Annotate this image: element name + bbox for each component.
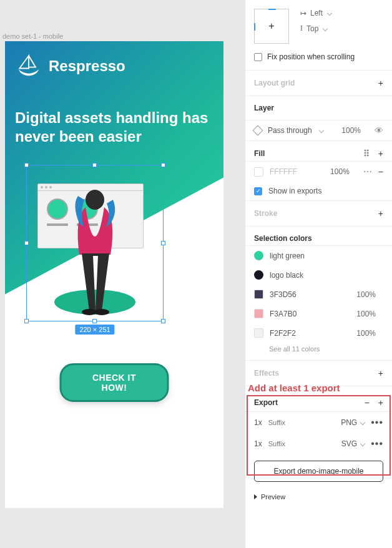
resize-handle[interactable] xyxy=(24,319,29,323)
selection-color-item[interactable]: F2F2F2 100% xyxy=(245,323,392,343)
export-suffix-input[interactable] xyxy=(268,419,298,426)
export-size[interactable]: 1x xyxy=(254,418,262,427)
layer-title: Layer xyxy=(254,104,274,112)
styles-icon[interactable]: ⠿ xyxy=(363,149,370,159)
color-swatch[interactable] xyxy=(254,328,263,338)
chevron-down-icon xyxy=(360,441,365,446)
preview-label: Preview xyxy=(261,493,285,501)
chevron-down-icon xyxy=(327,11,332,16)
layout-grid-title: Layout grid xyxy=(254,79,295,87)
selection-colors-title: Selection colors xyxy=(254,234,312,243)
color-swatch[interactable] xyxy=(254,290,263,299)
blend-mode-value: Pass through xyxy=(268,126,312,135)
fill-color-row[interactable]: FFFFFF 100% ⋯ − xyxy=(245,162,392,182)
fill-swatch[interactable] xyxy=(254,167,263,177)
selection-outline[interactable]: 220 × 251 xyxy=(26,165,164,321)
cta-button[interactable]: CHECK IT HOW! xyxy=(60,363,169,402)
remove-export-button[interactable]: − xyxy=(365,398,370,408)
color-opacity: 100% xyxy=(356,290,376,299)
checkbox-checked[interactable] xyxy=(254,187,262,195)
export-format-value: PNG xyxy=(341,418,357,427)
add-layout-grid-button[interactable]: + xyxy=(378,78,383,88)
color-swatch[interactable] xyxy=(254,309,263,318)
color-name: logo black xyxy=(270,271,303,280)
plus-icon: + xyxy=(268,21,274,32)
export-format-dropdown[interactable]: PNG xyxy=(341,418,365,427)
vertical-constraint-dropdown[interactable]: I Top xyxy=(300,24,331,33)
color-name: F3A7B0 xyxy=(270,310,296,318)
selection-dimensions: 220 × 251 xyxy=(75,325,114,335)
export-options-icon[interactable]: ••• xyxy=(371,417,383,428)
chevron-down-icon xyxy=(323,26,328,31)
constraints-widget: + ↦ Left I Top xyxy=(245,0,392,52)
export-section: Add at least 1 export Export − + 1x PNG … xyxy=(245,386,392,482)
boat-icon xyxy=(15,51,42,81)
add-stroke-button[interactable]: + xyxy=(378,208,383,218)
add-export-button[interactable]: + xyxy=(378,398,383,408)
horizontal-icon: ↦ xyxy=(300,9,306,17)
stroke-title: Stroke xyxy=(254,209,277,218)
vertical-value: Top xyxy=(306,24,318,33)
selection-color-item[interactable]: 3F3D56 100% xyxy=(245,285,392,304)
effects-title: Effects xyxy=(254,369,279,378)
export-row: 1x SVG ••• xyxy=(245,433,392,454)
vertical-icon: I xyxy=(300,24,303,33)
show-exports-label: Show in exports xyxy=(268,187,321,195)
color-name: F2F2F2 xyxy=(270,329,296,338)
resize-handle[interactable] xyxy=(161,319,165,323)
fill-hex[interactable]: FFFFFF xyxy=(270,167,297,176)
blend-icon xyxy=(253,125,263,136)
blend-mode-row[interactable]: Pass through 100% 👁 xyxy=(245,120,392,141)
color-swatch[interactable] xyxy=(254,251,263,260)
artboard-frame[interactable]: Respresso Digital assets handling has ne… xyxy=(5,41,223,508)
chevron-down-icon xyxy=(318,128,323,133)
show-in-exports-row[interactable]: Show in exports xyxy=(245,182,392,201)
color-name: light green xyxy=(270,252,305,260)
triangle-right-icon xyxy=(254,494,257,499)
selection-color-item[interactable]: F3A7B0 100% xyxy=(245,304,392,323)
color-swatch[interactable] xyxy=(254,270,263,280)
export-format-value: SVG xyxy=(341,439,357,448)
brand-logo: Respresso xyxy=(15,51,125,81)
fill-opacity[interactable]: 100% xyxy=(330,167,350,176)
brand-name: Respresso xyxy=(49,57,125,75)
export-size[interactable]: 1x xyxy=(254,439,262,448)
color-name: 3F3D56 xyxy=(270,290,296,299)
resize-handle[interactable] xyxy=(161,241,165,245)
eye-icon[interactable]: 👁 xyxy=(375,125,383,135)
see-all-colors-link[interactable]: See all 11 colors xyxy=(245,343,392,360)
layer-opacity[interactable]: 100% xyxy=(341,126,361,135)
annotation-text: Add at least 1 export xyxy=(248,383,340,393)
resize-handle[interactable] xyxy=(24,241,29,245)
preview-toggle[interactable]: Preview xyxy=(245,487,392,507)
resize-handle[interactable] xyxy=(92,319,97,323)
horizontal-value: Left xyxy=(310,9,323,17)
fill-title: Fill xyxy=(254,149,265,158)
add-effect-button[interactable]: + xyxy=(378,368,383,378)
color-opacity: 100% xyxy=(356,310,376,318)
chevron-down-icon xyxy=(360,420,365,425)
design-canvas[interactable]: demo set-1 - mobile Respresso Digital as… xyxy=(0,0,245,548)
resize-handle[interactable] xyxy=(92,163,97,167)
export-title: Export xyxy=(254,398,278,407)
hidden-eye-icon[interactable]: ⋯ xyxy=(363,167,372,177)
resize-handle[interactable] xyxy=(161,163,165,167)
export-suffix-input[interactable] xyxy=(268,440,298,448)
hero-heading: Digital assets handling has never been e… xyxy=(15,109,213,146)
horizontal-constraint-dropdown[interactable]: ↦ Left xyxy=(300,9,331,17)
constraints-box[interactable]: + xyxy=(254,9,289,44)
selection-color-item[interactable]: logo black xyxy=(245,265,392,285)
checkbox-unchecked[interactable] xyxy=(254,53,262,61)
color-opacity: 100% xyxy=(356,329,376,338)
frame-label: demo set-1 - mobile xyxy=(2,32,63,40)
selection-color-item[interactable]: light green xyxy=(245,246,392,265)
add-fill-button[interactable]: + xyxy=(378,149,383,159)
export-format-dropdown[interactable]: SVG xyxy=(341,439,365,448)
fix-position-row[interactable]: Fix position when scrolling xyxy=(245,52,392,70)
remove-fill-button[interactable]: − xyxy=(378,167,383,177)
export-button[interactable]: Export demo-image-mobile xyxy=(254,461,383,482)
resize-handle[interactable] xyxy=(24,163,29,167)
export-row: 1x PNG ••• xyxy=(245,412,392,433)
export-options-icon[interactable]: ••• xyxy=(371,438,383,449)
fix-position-label: Fix position when scrolling xyxy=(267,52,355,61)
